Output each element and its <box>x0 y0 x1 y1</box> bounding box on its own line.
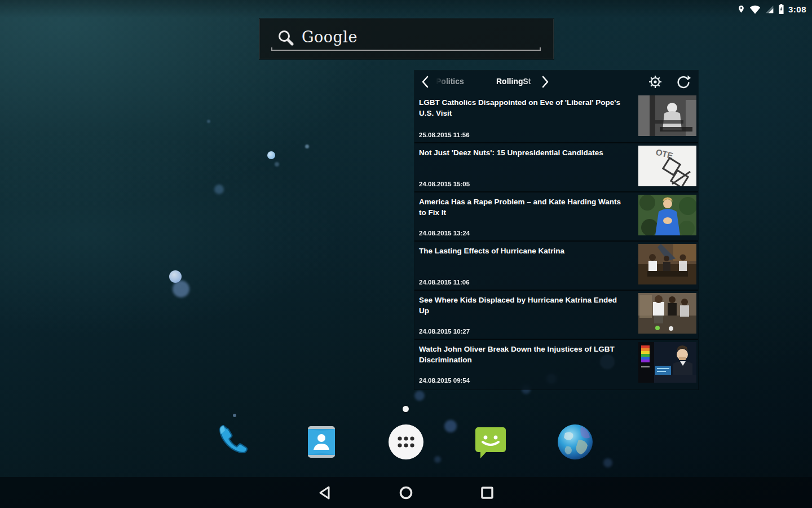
news-widget-header: Politics RollingSt <box>414 71 698 93</box>
bokeh-dot <box>305 144 309 148</box>
article-thumbnail <box>638 342 696 383</box>
article-row[interactable]: Not Just 'Deez Nuts': 15 Unpresidential … <box>414 142 698 191</box>
recents-button[interactable] <box>479 485 495 501</box>
wifi-icon <box>749 5 761 14</box>
article-date: 24.08.2015 10:27 <box>419 328 470 335</box>
browser-app-icon[interactable] <box>556 423 594 461</box>
bokeh-dot <box>414 391 425 401</box>
article-row[interactable]: The Lasting Effects of Hurricane Katrina… <box>414 240 698 290</box>
news-feed-widget: Politics RollingSt <box>414 71 698 389</box>
article-date: 24.08.2015 13:24 <box>419 230 470 237</box>
bokeh-dot <box>434 456 441 463</box>
article-thumbnail <box>638 195 696 235</box>
refresh-icon[interactable] <box>676 74 691 92</box>
phone-app-icon[interactable] <box>218 423 256 461</box>
article-list: LGBT Catholics Disappointed on Eve of 'L… <box>414 93 698 389</box>
article-title: See Where Kids Displaced by Hurricane Ka… <box>414 291 633 317</box>
navigation-bar <box>0 477 812 508</box>
article-date: 24.08.2015 15:05 <box>419 181 470 187</box>
article-title: LGBT Catholics Disappointed on Eve of 'L… <box>414 93 633 119</box>
bokeh-dot <box>603 458 612 467</box>
bokeh-dot <box>267 151 275 159</box>
article-title: America Has a Rape Problem – and Kate Ha… <box>414 192 633 218</box>
article-thumbnail <box>638 244 696 284</box>
cell-signal-icon <box>765 5 774 14</box>
bokeh-dot <box>207 120 210 123</box>
article-thumbnail <box>638 293 696 334</box>
article-date: 24.08.2015 09:54 <box>419 377 470 384</box>
bokeh-dot <box>275 162 279 167</box>
article-title: Not Just 'Deez Nuts': 15 Unpresidential … <box>414 143 633 159</box>
bokeh-dot <box>169 270 182 283</box>
contacts-app-icon[interactable] <box>302 423 341 461</box>
bokeh-dot <box>233 414 236 417</box>
article-title: The Lasting Effects of Hurricane Katrina <box>414 242 633 257</box>
status-clock: 3:08 <box>788 5 806 14</box>
bokeh-dot <box>214 185 224 194</box>
google-logo: Google <box>302 28 358 46</box>
article-row[interactable]: See Where Kids Displaced by Hurricane Ka… <box>414 290 698 339</box>
tab-rollingstone[interactable]: RollingSt <box>496 77 545 86</box>
battery-icon <box>778 4 784 14</box>
article-date: 24.08.2015 11:06 <box>419 279 470 286</box>
article-row[interactable]: LGBT Catholics Disappointed on Eve of 'L… <box>414 93 698 142</box>
tab-politics[interactable]: Politics <box>436 77 464 86</box>
home-button[interactable] <box>398 485 414 501</box>
bokeh-dot <box>444 420 457 432</box>
home-screen-wallpaper: 3:08 Google Politics RollingSt <box>0 0 812 508</box>
page-indicator-dot <box>403 406 409 412</box>
article-date: 25.08.2015 11:56 <box>419 132 470 138</box>
gear-icon[interactable] <box>647 74 663 92</box>
google-search-widget[interactable]: Google <box>259 19 554 59</box>
chevron-left-icon[interactable] <box>421 76 429 90</box>
app-drawer-icon[interactable] <box>387 423 425 461</box>
article-title: Watch John Oliver Break Down the Injusti… <box>414 340 633 366</box>
location-icon <box>737 4 745 14</box>
bokeh-dot <box>173 281 189 297</box>
search-underline <box>271 50 541 51</box>
article-row[interactable]: Watch John Oliver Break Down the Injusti… <box>414 339 698 388</box>
messaging-app-icon[interactable] <box>471 423 510 461</box>
search-icon <box>276 28 296 51</box>
article-thumbnail: OTE <box>638 146 696 186</box>
article-row[interactable]: America Has a Rape Problem – and Kate Ha… <box>414 191 698 240</box>
back-button[interactable] <box>317 485 333 501</box>
chevron-right-icon[interactable] <box>541 76 549 90</box>
status-bar: 3:08 <box>0 0 812 18</box>
article-thumbnail <box>638 95 696 136</box>
